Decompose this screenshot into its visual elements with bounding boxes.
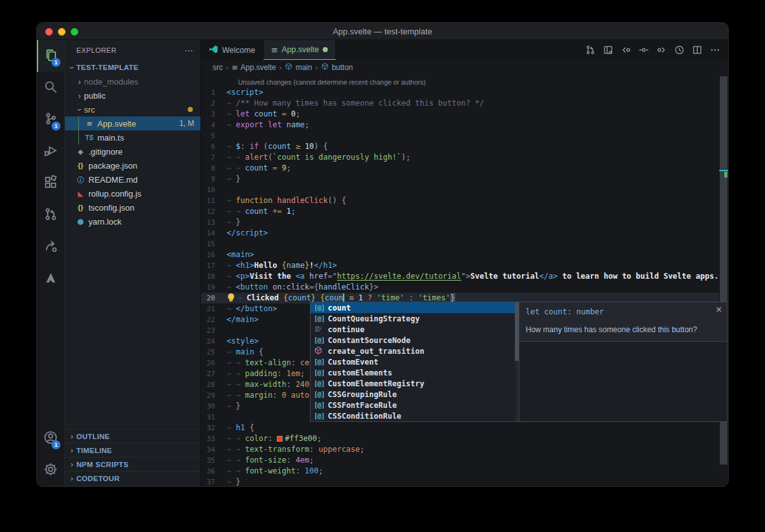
tab-app-svelte[interactable]: ≡App.svelte [263,40,336,60]
workspace-root-folder[interactable]: › TEST-TEMPLATE [65,60,200,74]
sidebar-section-codetour[interactable]: ›CODETOUR [65,471,200,485]
breadcrumb-separator: › [279,64,282,71]
activity-item-run-debug[interactable] [37,136,64,167]
more-actions-icon[interactable] [708,43,722,57]
code-line-4[interactable]: 4→ export let name; [201,120,728,130]
breadcrumb-item-main[interactable]: main [284,62,312,73]
activity-item-search[interactable] [37,72,64,104]
next-change-icon[interactable] [655,43,668,57]
code-line-1[interactable]: 1<script> [201,87,728,98]
suggestion-create_out_transition[interactable]: create_out_transition [311,346,519,356]
code-line-3[interactable]: 3→ let count = 0; [201,109,728,120]
activity-item-azure[interactable] [37,263,64,295]
azure-icon [43,270,58,288]
tree-item-rollup.config.js[interactable]: ◣rollup.config.js [65,186,200,200]
activity-item-settings[interactable] [37,454,64,486]
tabs-container: Welcome≡App.svelte [201,40,336,60]
timeline-icon[interactable] [673,43,686,57]
previous-change-icon[interactable] [619,43,633,57]
code-line-12[interactable]: 12→ → count += 1; [201,206,728,217]
suggestion-count[interactable]: [@]count [311,302,519,313]
code-line-13[interactable]: 13→ } [201,217,728,228]
breadcrumb-item-button[interactable]: button [321,62,353,73]
suggestion-countqueuingstrategy[interactable]: [@]CountQueuingStrategy [311,313,519,324]
tree-item-src[interactable]: ›src [65,102,200,116]
sidebar-section-npm-scripts[interactable]: ›NPM SCRIPTS [65,457,200,471]
tree-item-yarn.lock[interactable]: ●yarn.lock [65,214,200,228]
line-number: 2 [201,98,227,109]
split-editor-icon[interactable] [691,43,704,57]
code-line-14[interactable]: 14</script> [201,228,728,239]
code-line-9[interactable]: 9→ } [201,174,728,185]
tree-item-app.svelte[interactable]: ≡App.svelte1, M [65,116,200,130]
tree-item-node-modules[interactable]: ›node_modules [65,74,200,88]
close-icon[interactable]: ✕ [715,305,722,314]
editor-scrollbar[interactable] [719,75,728,486]
code-line-6[interactable]: 6→ $: if (count ≥ 10) { [201,141,728,152]
line-number: 26 [201,358,227,368]
code-line-7[interactable]: 7→ → alert(`count is dangerously high!`)… [201,152,728,163]
code-line-37[interactable]: 37→ } [201,477,728,486]
vscode-window: App.svelte — test-template 11 1 EXPLORER… [36,22,729,487]
current-change-icon[interactable] [637,43,650,57]
git-status-badge: 1, M [179,119,194,128]
activity-item-accounts[interactable]: 1 [37,423,64,454]
suggest-scrollbar[interactable] [515,302,519,421]
code-line-15[interactable]: 15 [201,239,728,249]
code-line-33[interactable]: 33→ → color: #ff3e00; [201,433,728,444]
explorer-sidebar: EXPLORER ⋯ › TEST-TEMPLATE ›node_modules… [65,40,201,486]
suggestion-cssconditionrule[interactable]: [@]CSSConditionRule [311,410,519,421]
tree-item-main.ts[interactable]: TSmain.ts [65,130,200,144]
activity-item-source-control[interactable]: 1 [37,104,64,136]
code-line-18[interactable]: 18→ <p>Visit the <a href="https://svelte… [201,271,728,282]
code-line-17[interactable]: 17→ <h1>Hello {name}!</h1> [201,260,728,271]
activity-item-explorer[interactable]: 1 [37,40,64,72]
chevron-right-icon: › [75,77,84,87]
tree-item-tsconfig.json[interactable]: {}tsconfig.json [65,200,200,214]
minimize-window-button[interactable] [58,28,66,36]
title-bar[interactable]: App.svelte — test-template [37,23,728,40]
sidebar-section-timeline[interactable]: ›TIMELINE [65,443,200,457]
suggestion-continue[interactable]: continue [311,324,519,335]
activity-item-live-share[interactable] [37,231,64,263]
code-line-11[interactable]: 11→ function handleClick() { [201,195,728,206]
suggestion-customelements[interactable]: [@]customElements [311,367,519,378]
tree-item-package.json[interactable]: {}package.json [65,158,200,172]
close-window-button[interactable] [45,28,53,36]
sidebar-section-outline[interactable]: ›OUTLINE [65,429,200,443]
activity-item-github-pull-requests[interactable] [37,199,64,231]
code-line-19[interactable]: 19→ <button on:click={handleClick}> [201,282,728,293]
suggestion-cssfontfacerule[interactable]: [@]CSSFontFaceRule [311,400,519,410]
code-editor[interactable]: Unsaved changes (cannot determine recent… [201,75,728,486]
open-changes-icon[interactable] [601,43,615,57]
code-line-10[interactable]: 10 [201,185,728,195]
activity-item-extensions[interactable] [37,167,64,199]
code-line-32[interactable]: 32→ h1 { [201,423,728,433]
code-line-2[interactable]: 2→ /** How many times has someone clicke… [201,98,728,109]
tab-welcome[interactable]: Welcome [201,40,263,60]
code-line-5[interactable]: 5 [201,130,728,141]
line-number: 7 [201,152,227,163]
zoom-window-button[interactable] [71,28,78,36]
tree-item-.gitignore[interactable]: ◆.gitignore [65,144,200,158]
explorer-more-actions-icon[interactable]: ⋯ [185,45,194,55]
file-label: node_modules [84,77,138,87]
breadcrumb-item-app-svelte[interactable]: ≡App.svelte [232,63,276,72]
suggestion-customelementregistry[interactable]: [@]CustomElementRegistry [311,378,519,389]
lightbulb-icon[interactable] [228,293,234,300]
breadcrumb-item-src[interactable]: src [213,63,223,72]
source-control-graph-icon[interactable] [584,43,597,57]
line-number: 20 [201,293,227,304]
tree-item-readme.md[interactable]: iREADME.md [65,172,200,186]
suggestion-constantsourcenode[interactable]: [@]ConstantSourceNode [311,335,519,346]
suggestion-customevent[interactable]: [@]CustomEvent [311,356,519,367]
code-line-36[interactable]: 36→ → font-weight: 100; [201,466,728,477]
code-line-8[interactable]: 8→ → count = 9; [201,163,728,174]
suggestion-cssgroupingrule[interactable]: [@]CSSGroupingRule [311,389,519,400]
color-swatch[interactable] [277,436,283,442]
code-line-35[interactable]: 35→ → font-size: 4em; [201,455,728,466]
code-line-34[interactable]: 34→ → text-transform: uppercase; [201,444,728,455]
tree-item-public[interactable]: ›public [65,88,200,102]
code-line-16[interactable]: 16<main> [201,249,728,260]
indent-guide [78,130,79,144]
